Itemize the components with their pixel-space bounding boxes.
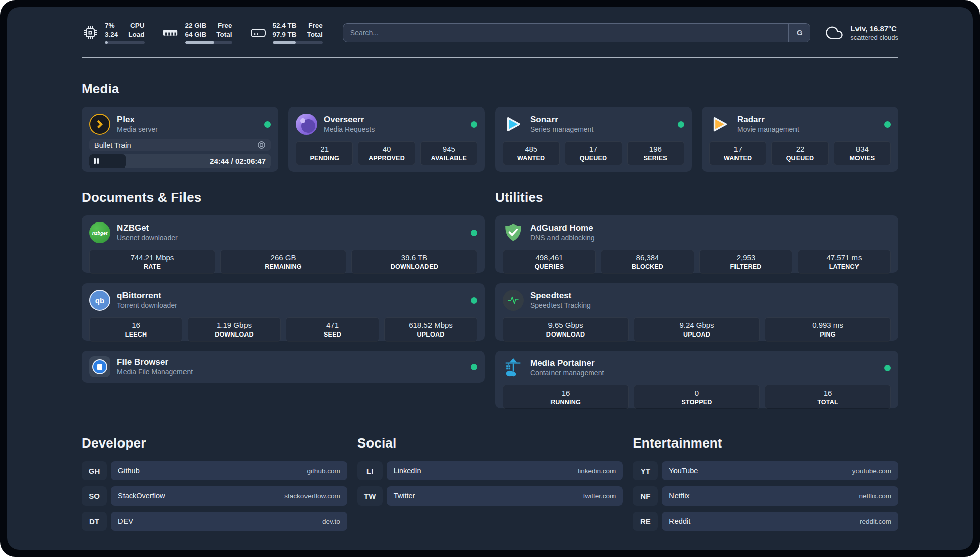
plex-title: Plex: [117, 114, 158, 125]
cpu-chip-icon: [82, 25, 99, 41]
dashboard-panel: 7% 3.24 CPU Load: [7, 7, 973, 550]
memory-total-label: Total: [216, 30, 232, 39]
bookmark-reddit[interactable]: RE Reddit reddit.com: [633, 512, 898, 531]
stat-tile: 0 STOPPED: [634, 385, 760, 409]
qbittorrent-card[interactable]: qb qBittorrent Torrent downloader 16 LEE…: [82, 283, 485, 341]
stat-tile: 22 QUEUED: [771, 141, 828, 165]
nzbget-subtitle: Usenet downloader: [117, 234, 178, 243]
sonarr-title: Sonarr: [530, 114, 593, 125]
bookmark-dev[interactable]: DT DEV dev.to: [82, 512, 347, 531]
disk-progress-bar: [273, 41, 323, 44]
bookmark-domain: linkedin.com: [578, 467, 616, 475]
speedtest-card[interactable]: Speedtest Speedtest Tracking 9.65 Gbps D…: [495, 283, 898, 341]
cloud-icon: [824, 24, 844, 41]
bookmark-name: Github: [118, 467, 140, 475]
bookmark-name: Netflix: [669, 492, 689, 500]
stat-tile: 744.21 Mbps RATE: [89, 250, 215, 274]
playback-time: 24:44 / 02:06:47: [210, 154, 266, 168]
cpu-progress-bar: [105, 41, 145, 44]
radarr-icon: [709, 114, 730, 135]
section-heading-social: Social: [357, 435, 623, 451]
bookmark-domain: github.com: [307, 467, 340, 475]
header-divider: [82, 57, 898, 58]
portainer-title: Media Portainer: [530, 358, 604, 368]
bookmark-twitter[interactable]: TW Twitter twitter.com: [357, 486, 623, 506]
search-provider-button[interactable]: G: [788, 24, 810, 42]
sonarr-icon: [503, 114, 524, 135]
radarr-status-dot: [884, 121, 891, 128]
adguard-title: AdGuard Home: [530, 222, 595, 233]
stat-tile: 17 QUEUED: [565, 141, 622, 165]
bookmark-github[interactable]: GH Github github.com: [82, 461, 347, 480]
stat-tile: 39.6 TB DOWNLOADED: [351, 250, 477, 274]
cpu-usage-value: 7%: [105, 21, 118, 30]
sonarr-status-dot: [678, 121, 684, 128]
sonarr-card[interactable]: Sonarr Series management 485 WANTED 17 Q…: [495, 107, 692, 172]
filebrowser-status-dot: [471, 364, 477, 370]
bookmark-netflix[interactable]: NF Netflix netflix.com: [633, 486, 898, 506]
sonarr-subtitle: Series management: [530, 125, 593, 134]
plex-card[interactable]: Plex Media server Bullet Train: [82, 107, 278, 172]
search-input[interactable]: [343, 24, 788, 42]
adguard-subtitle: DNS and adblocking: [530, 234, 595, 243]
weather-location-temp: Lviv, 16.87°C: [850, 24, 898, 33]
weather-condition: scattered clouds: [850, 34, 898, 41]
bookmark-abbr: TW: [357, 486, 383, 506]
filebrowser-title: File Browser: [117, 357, 193, 367]
bookmark-name: StackOverflow: [118, 492, 165, 500]
overseerr-icon: [296, 114, 317, 135]
disk-total-label: Total: [307, 30, 323, 39]
bookmark-name: DEV: [118, 517, 133, 525]
radarr-title: Radarr: [737, 114, 799, 125]
speedtest-pulse-icon: [503, 290, 524, 311]
bookmark-linkedin[interactable]: LI LinkedIn linkedin.com: [357, 461, 623, 480]
bookmark-name: LinkedIn: [394, 467, 421, 475]
bookmark-abbr: LI: [357, 461, 383, 480]
qbittorrent-status-dot: [471, 297, 477, 304]
plex-icon: [89, 114, 110, 135]
stat-tile: 40 APPROVED: [358, 141, 415, 165]
nzbget-card[interactable]: nzbget NZBGet Usenet downloader 744.21 M…: [82, 215, 485, 273]
speedtest-subtitle: Speedtest Tracking: [530, 301, 591, 310]
camera-icon[interactable]: [257, 141, 266, 149]
memory-total-value: 64 GiB: [185, 30, 207, 39]
adguard-shield-icon: [503, 222, 524, 243]
portainer-card[interactable]: Media Portainer Container management 16 …: [495, 351, 898, 408]
window-frame: 7% 3.24 CPU Load: [0, 0, 980, 557]
stat-tile: 17 WANTED: [709, 141, 766, 165]
stat-tile: 945 AVAILABLE: [420, 141, 477, 165]
stat-tile: 196 SERIES: [627, 141, 684, 165]
stat-tile: 0.993 ms PING: [765, 317, 891, 342]
now-playing-title: Bullet Train: [94, 141, 131, 149]
stat-tile: 618.52 Mbps UPLOAD: [384, 317, 477, 342]
disk-drive-icon: [250, 25, 267, 41]
filebrowser-card[interactable]: File Browser Media File Management: [82, 351, 485, 383]
stat-tile: 47.571 ms LATENCY: [798, 250, 891, 274]
playback-progress-bar[interactable]: 24:44 / 02:06:47: [89, 154, 271, 168]
stat-tile: 16 RUNNING: [503, 385, 629, 409]
adguard-card[interactable]: AdGuard Home DNS and adblocking 498,461 …: [495, 215, 898, 273]
nzbget-title: NZBGet: [117, 222, 178, 233]
stat-tile: 16 LEECH: [89, 317, 182, 342]
stat-tile: 485 WANTED: [503, 141, 560, 165]
portainer-status-dot: [884, 365, 891, 371]
bookmark-youtube[interactable]: YT YouTube youtube.com: [633, 461, 898, 480]
qbittorrent-icon: qb: [89, 290, 110, 311]
stat-tile: 266 GB REMAINING: [220, 250, 346, 274]
bookmark-domain: dev.to: [322, 518, 340, 525]
section-heading-media: Media: [82, 81, 898, 97]
bookmark-abbr: GH: [82, 461, 107, 480]
filebrowser-subtitle: Media File Management: [117, 368, 193, 377]
stat-tile: 9.24 Gbps UPLOAD: [634, 317, 760, 342]
overseerr-card[interactable]: Overseerr Media Requests 21 PENDING 40 A…: [288, 107, 485, 172]
bookmark-abbr: DT: [82, 512, 107, 531]
disk-free-label: Free: [307, 21, 323, 30]
now-playing-row: Bullet Train: [89, 139, 271, 151]
stat-tile: 834 MOVIES: [834, 141, 891, 165]
radarr-card[interactable]: Radarr Movie management 17 WANTED 22 QUE…: [702, 107, 898, 172]
bookmark-domain: netflix.com: [859, 492, 891, 500]
system-stats: 7% 3.24 CPU Load: [82, 21, 323, 44]
nzbget-status-dot: [471, 230, 477, 236]
plex-subtitle: Media server: [117, 125, 158, 134]
bookmark-stackoverflow[interactable]: SO StackOverflow stackoverflow.com: [82, 486, 347, 506]
